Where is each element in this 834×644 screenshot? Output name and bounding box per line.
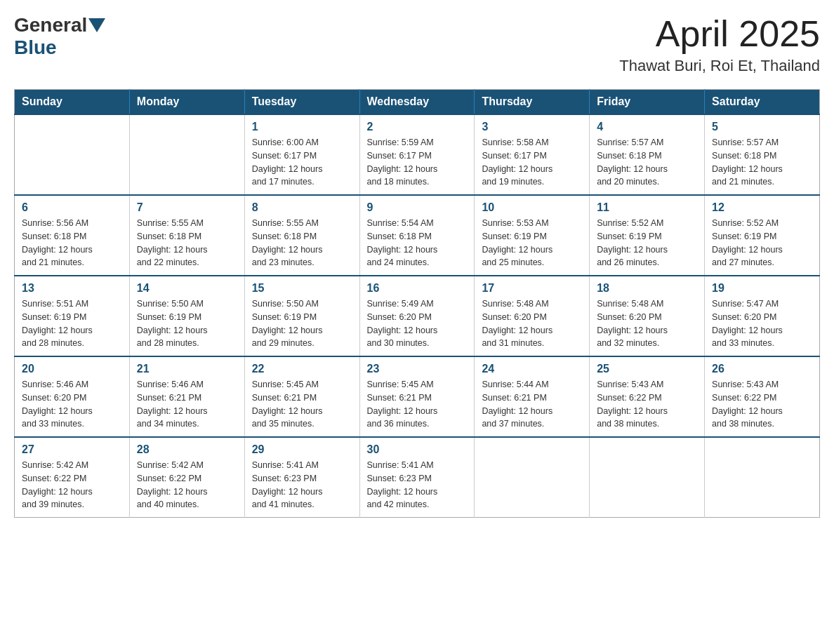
calendar-cell: 4Sunrise: 5:57 AM Sunset: 6:18 PM Daylig… xyxy=(590,114,705,195)
day-number: 28 xyxy=(137,443,237,456)
calendar-cell: 25Sunrise: 5:43 AM Sunset: 6:22 PM Dayli… xyxy=(590,356,705,437)
calendar-cell: 27Sunrise: 5:42 AM Sunset: 6:22 PM Dayli… xyxy=(15,437,130,518)
day-number: 8 xyxy=(252,201,352,214)
day-number: 27 xyxy=(22,443,122,456)
weekday-header-friday: Friday xyxy=(590,90,705,115)
day-info: Sunrise: 5:45 AM Sunset: 6:21 PM Dayligh… xyxy=(252,378,352,431)
calendar-cell: 10Sunrise: 5:53 AM Sunset: 6:19 PM Dayli… xyxy=(475,195,590,276)
calendar-cell: 12Sunrise: 5:52 AM Sunset: 6:19 PM Dayli… xyxy=(705,195,820,276)
day-info: Sunrise: 5:46 AM Sunset: 6:20 PM Dayligh… xyxy=(22,378,122,431)
day-number: 29 xyxy=(252,443,352,456)
day-info: Sunrise: 5:41 AM Sunset: 6:23 PM Dayligh… xyxy=(252,459,352,511)
calendar-cell: 30Sunrise: 5:41 AM Sunset: 6:23 PM Dayli… xyxy=(359,437,475,518)
calendar-cell: 22Sunrise: 5:45 AM Sunset: 6:21 PM Dayli… xyxy=(244,356,359,437)
calendar-cell: 16Sunrise: 5:49 AM Sunset: 6:20 PM Dayli… xyxy=(359,276,475,356)
day-info: Sunrise: 5:52 AM Sunset: 6:19 PM Dayligh… xyxy=(597,217,697,269)
weekday-header-tuesday: Tuesday xyxy=(244,90,359,115)
week-row-2: 6Sunrise: 5:56 AM Sunset: 6:18 PM Daylig… xyxy=(15,195,820,276)
day-number: 25 xyxy=(597,363,697,375)
day-number: 16 xyxy=(367,282,468,295)
calendar-cell: 23Sunrise: 5:45 AM Sunset: 6:21 PM Dayli… xyxy=(359,356,475,437)
day-number: 23 xyxy=(367,363,468,375)
calendar-body: 1Sunrise: 6:00 AM Sunset: 6:17 PM Daylig… xyxy=(15,114,820,518)
calendar-cell: 20Sunrise: 5:46 AM Sunset: 6:20 PM Dayli… xyxy=(15,356,130,437)
calendar-cell: 7Sunrise: 5:55 AM Sunset: 6:18 PM Daylig… xyxy=(129,195,244,276)
day-info: Sunrise: 5:52 AM Sunset: 6:19 PM Dayligh… xyxy=(712,217,812,269)
calendar-cell: 21Sunrise: 5:46 AM Sunset: 6:21 PM Dayli… xyxy=(129,356,244,437)
calendar-cell xyxy=(590,437,705,518)
calendar-cell: 13Sunrise: 5:51 AM Sunset: 6:19 PM Dayli… xyxy=(15,276,130,356)
week-row-4: 20Sunrise: 5:46 AM Sunset: 6:20 PM Dayli… xyxy=(15,356,820,437)
calendar-cell: 11Sunrise: 5:52 AM Sunset: 6:19 PM Dayli… xyxy=(590,195,705,276)
day-info: Sunrise: 6:00 AM Sunset: 6:17 PM Dayligh… xyxy=(252,136,352,189)
calendar-cell: 26Sunrise: 5:43 AM Sunset: 6:22 PM Dayli… xyxy=(705,356,820,437)
calendar-cell xyxy=(475,437,590,518)
logo-blue-text: Blue xyxy=(14,36,57,58)
day-number: 20 xyxy=(22,363,122,375)
weekday-header-row: SundayMondayTuesdayWednesdayThursdayFrid… xyxy=(15,90,820,115)
weekday-header-wednesday: Wednesday xyxy=(359,90,475,115)
day-number: 15 xyxy=(252,282,352,295)
weekday-header-saturday: Saturday xyxy=(705,90,820,115)
day-info: Sunrise: 5:49 AM Sunset: 6:20 PM Dayligh… xyxy=(367,297,468,350)
day-number: 13 xyxy=(22,282,122,295)
day-number: 5 xyxy=(712,121,812,133)
calendar-cell: 14Sunrise: 5:50 AM Sunset: 6:19 PM Dayli… xyxy=(129,276,244,356)
day-info: Sunrise: 5:55 AM Sunset: 6:18 PM Dayligh… xyxy=(137,217,237,269)
calendar-cell: 5Sunrise: 5:57 AM Sunset: 6:18 PM Daylig… xyxy=(705,114,820,195)
calendar-cell: 2Sunrise: 5:59 AM Sunset: 6:17 PM Daylig… xyxy=(359,114,475,195)
calendar-cell: 6Sunrise: 5:56 AM Sunset: 6:18 PM Daylig… xyxy=(15,195,130,276)
day-number: 2 xyxy=(367,121,468,133)
calendar-cell xyxy=(705,437,820,518)
day-info: Sunrise: 5:51 AM Sunset: 6:19 PM Dayligh… xyxy=(22,297,122,350)
day-number: 14 xyxy=(137,282,237,295)
week-row-1: 1Sunrise: 6:00 AM Sunset: 6:17 PM Daylig… xyxy=(15,114,820,195)
calendar-title: April 2025 xyxy=(619,14,820,54)
day-info: Sunrise: 5:54 AM Sunset: 6:18 PM Dayligh… xyxy=(367,217,468,269)
day-info: Sunrise: 5:50 AM Sunset: 6:19 PM Dayligh… xyxy=(137,297,237,350)
page-header: General Blue April 2025 Thawat Buri, Roi… xyxy=(14,14,820,75)
day-info: Sunrise: 5:43 AM Sunset: 6:22 PM Dayligh… xyxy=(597,378,697,431)
day-number: 11 xyxy=(597,201,697,214)
calendar-cell: 29Sunrise: 5:41 AM Sunset: 6:23 PM Dayli… xyxy=(244,437,359,518)
day-number: 26 xyxy=(712,363,812,375)
day-info: Sunrise: 5:48 AM Sunset: 6:20 PM Dayligh… xyxy=(597,297,697,350)
day-info: Sunrise: 5:42 AM Sunset: 6:22 PM Dayligh… xyxy=(137,459,237,511)
logo-triangle-icon xyxy=(88,18,105,32)
calendar-cell: 18Sunrise: 5:48 AM Sunset: 6:20 PM Dayli… xyxy=(590,276,705,356)
day-info: Sunrise: 5:57 AM Sunset: 6:18 PM Dayligh… xyxy=(712,136,812,189)
day-info: Sunrise: 5:53 AM Sunset: 6:19 PM Dayligh… xyxy=(482,217,582,269)
day-number: 30 xyxy=(367,443,468,456)
calendar-cell: 9Sunrise: 5:54 AM Sunset: 6:18 PM Daylig… xyxy=(359,195,475,276)
calendar-cell: 15Sunrise: 5:50 AM Sunset: 6:19 PM Dayli… xyxy=(244,276,359,356)
week-row-5: 27Sunrise: 5:42 AM Sunset: 6:22 PM Dayli… xyxy=(15,437,820,518)
day-number: 18 xyxy=(597,282,697,295)
day-number: 3 xyxy=(482,121,582,133)
logo-general-text: General xyxy=(14,14,87,36)
day-number: 17 xyxy=(482,282,582,295)
day-number: 21 xyxy=(137,363,237,375)
day-number: 24 xyxy=(482,363,582,375)
weekday-header-thursday: Thursday xyxy=(475,90,590,115)
day-number: 1 xyxy=(252,121,352,133)
day-number: 9 xyxy=(367,201,468,214)
calendar-cell: 1Sunrise: 6:00 AM Sunset: 6:17 PM Daylig… xyxy=(244,114,359,195)
day-info: Sunrise: 5:48 AM Sunset: 6:20 PM Dayligh… xyxy=(482,297,582,350)
weekday-header-sunday: Sunday xyxy=(15,90,130,115)
day-info: Sunrise: 5:47 AM Sunset: 6:20 PM Dayligh… xyxy=(712,297,812,350)
day-number: 10 xyxy=(482,201,582,214)
calendar-table: SundayMondayTuesdayWednesdayThursdayFrid… xyxy=(14,89,820,518)
calendar-cell xyxy=(129,114,244,195)
calendar-cell xyxy=(15,114,130,195)
title-block: April 2025 Thawat Buri, Roi Et, Thailand xyxy=(619,14,820,75)
day-info: Sunrise: 5:41 AM Sunset: 6:23 PM Dayligh… xyxy=(367,459,468,511)
weekday-header-monday: Monday xyxy=(129,90,244,115)
day-number: 22 xyxy=(252,363,352,375)
calendar-cell: 17Sunrise: 5:48 AM Sunset: 6:20 PM Dayli… xyxy=(475,276,590,356)
day-number: 7 xyxy=(137,201,237,214)
day-number: 6 xyxy=(22,201,122,214)
calendar-cell: 3Sunrise: 5:58 AM Sunset: 6:17 PM Daylig… xyxy=(475,114,590,195)
day-number: 12 xyxy=(712,201,812,214)
calendar-cell: 24Sunrise: 5:44 AM Sunset: 6:21 PM Dayli… xyxy=(475,356,590,437)
day-number: 4 xyxy=(597,121,697,133)
